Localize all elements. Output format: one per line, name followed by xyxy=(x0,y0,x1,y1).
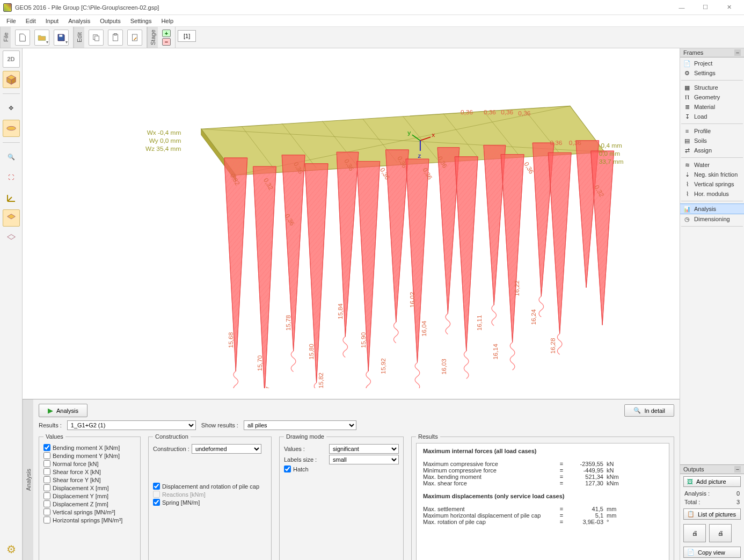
reactions-checkbox xyxy=(153,491,160,498)
settings-gear-button[interactable]: ⚙ xyxy=(3,541,20,558)
print-1-button[interactable]: 🖨 xyxy=(683,524,706,542)
show-results-combo[interactable]: all piles xyxy=(244,420,356,430)
spring-checkbox[interactable] xyxy=(153,499,160,506)
frame-item-assign[interactable]: ⇄Assign xyxy=(680,146,744,155)
new-file-button[interactable] xyxy=(15,30,30,46)
frame-icon: ≋ xyxy=(683,161,691,169)
frame-item-structure[interactable]: ▦Structure xyxy=(680,83,744,92)
frames-panel-header: Frames− xyxy=(680,48,744,57)
menu-file[interactable]: File xyxy=(2,17,20,25)
menu-help[interactable]: Help xyxy=(157,17,178,25)
in-detail-button[interactable]: 🔍In detail xyxy=(624,404,674,417)
svg-text:15,7: 15,7 xyxy=(265,387,272,389)
shade-bottom-button[interactable] xyxy=(3,230,20,247)
menu-edit[interactable]: Edit xyxy=(21,17,40,25)
value-checkbox-6[interactable] xyxy=(43,492,50,499)
value-checkbox-0[interactable] xyxy=(43,444,50,451)
value-checkbox-5[interactable] xyxy=(43,484,50,491)
hatch-checkbox[interactable] xyxy=(284,466,291,472)
svg-text:15,82: 15,82 xyxy=(317,373,325,389)
svg-text:16,28: 16,28 xyxy=(549,338,557,354)
add-picture-button[interactable]: 🖼Add picture xyxy=(683,476,741,487)
paste-button[interactable] xyxy=(108,30,123,46)
frame-item-project[interactable]: 📄Project xyxy=(680,59,744,68)
menu-settings[interactable]: Settings xyxy=(126,17,156,25)
frame-icon: ⇄ xyxy=(683,147,691,154)
svg-text:0,36: 0,36 xyxy=(501,108,513,116)
list-of-pictures-button[interactable]: 📋List of pictures xyxy=(683,508,741,520)
minimize-button[interactable]: — xyxy=(670,1,694,14)
value-checkbox-8[interactable] xyxy=(43,508,50,515)
svg-text:16,02: 16,02 xyxy=(409,292,416,308)
orbit-button[interactable] xyxy=(3,120,20,137)
show-results-label: Show results : xyxy=(201,422,238,428)
title-bar: GEO5 2016 - Pile Group [C:\Pile-Group\sc… xyxy=(0,0,744,15)
labels-size-combo[interactable]: small xyxy=(329,455,399,464)
svg-text:15,90: 15,90 xyxy=(360,332,367,348)
frame-icon: ≡ xyxy=(683,127,691,135)
frame-item-vertical-springs[interactable]: ⌇Vertical springs xyxy=(680,179,744,189)
svg-marker-10 xyxy=(7,214,15,219)
svg-text:0,36: 0,36 xyxy=(569,139,581,147)
zoom-extents-button[interactable]: ⛶ xyxy=(3,169,20,186)
frame-item-water[interactable]: ≋Water xyxy=(680,160,744,170)
paste-special-button[interactable] xyxy=(127,30,142,46)
view-2d-button[interactable]: 2D xyxy=(3,50,20,68)
value-checkbox-7[interactable] xyxy=(43,500,50,507)
view-3d-button[interactable] xyxy=(3,71,20,88)
frames-collapse-button[interactable]: − xyxy=(734,49,741,56)
value-checkbox-2[interactable] xyxy=(43,460,50,467)
axes-button[interactable] xyxy=(3,189,20,206)
pan-button[interactable]: ✥ xyxy=(3,99,20,117)
frame-item-material[interactable]: ≣Material xyxy=(680,102,744,112)
value-checkbox-3[interactable] xyxy=(43,468,50,475)
results-combo[interactable]: 1_G1+G2 (1) xyxy=(67,420,196,430)
svg-text:0,36: 0,36 xyxy=(550,139,562,147)
save-file-button[interactable]: ▾ xyxy=(54,30,69,46)
file-strip-tab[interactable]: File xyxy=(0,27,11,48)
svg-text:16,24: 16,24 xyxy=(530,309,537,325)
svg-text:16,22: 16,22 xyxy=(514,280,521,296)
value-checkbox-1[interactable] xyxy=(43,452,50,459)
edit-strip-tab[interactable]: Edit xyxy=(74,27,84,48)
print-2-button[interactable]: 🖨 xyxy=(709,524,732,542)
3d-viewport[interactable]: 0,32 0,32 0,36 0,36 0,36 0,36 0,36 0,36 … xyxy=(23,48,680,399)
value-checkbox-9[interactable] xyxy=(43,517,50,523)
remove-stage-button[interactable]: − xyxy=(162,38,171,46)
frame-item-soils[interactable]: ▤Soils xyxy=(680,136,744,146)
stage-strip-tab[interactable]: Stage xyxy=(147,27,158,48)
outputs-collapse-button[interactable]: − xyxy=(734,466,741,472)
menu-analysis[interactable]: Analysis xyxy=(64,17,94,25)
frame-item-geometry[interactable]: ⲠGeometry xyxy=(680,92,744,102)
construction-combo[interactable]: undeformed xyxy=(192,444,261,454)
add-stage-button[interactable]: + xyxy=(162,30,171,37)
frame-item-load[interactable]: ↧Load xyxy=(680,112,744,121)
svg-text:z: z xyxy=(418,152,421,159)
maximize-button[interactable]: ☐ xyxy=(694,1,717,14)
close-button[interactable]: ✕ xyxy=(717,1,741,14)
frame-item-hor-modulus[interactable]: ⌇Hor. modulus xyxy=(680,189,744,199)
run-analysis-button[interactable]: ▶Analysis xyxy=(39,404,87,417)
values-mode-combo[interactable]: significant xyxy=(329,444,399,454)
shade-top-button[interactable] xyxy=(3,209,20,227)
menu-outputs[interactable]: Outputs xyxy=(96,17,125,25)
frame-item-analysis[interactable]: 📊Analysis xyxy=(680,203,744,214)
svg-text:Wy 0,0 mm: Wy 0,0 mm xyxy=(149,137,181,144)
frame-item-profile[interactable]: ≡Profile xyxy=(680,126,744,136)
zoom-window-button[interactable]: 🔍 xyxy=(3,148,20,165)
tool-strip: File ▾ ▾ Edit Stage + − [1] xyxy=(0,27,744,48)
svg-rect-5 xyxy=(133,34,137,41)
menu-input[interactable]: Input xyxy=(41,17,63,25)
analysis-tab[interactable]: Analysis xyxy=(23,399,33,560)
drawing-mode-fieldset: Drawing mode Values : significant Labels… xyxy=(279,433,404,560)
copy-button[interactable] xyxy=(89,30,104,46)
stage-tab-1[interactable]: [1] xyxy=(178,30,196,42)
disp-rot-checkbox[interactable] xyxy=(153,483,160,490)
frame-item-neg-skin-friction[interactable]: ⇣Neg. skin friction xyxy=(680,170,744,179)
svg-text:0,36: 0,36 xyxy=(518,110,530,117)
copy-view-button[interactable]: 📄Copy view xyxy=(683,547,741,558)
frame-item-settings[interactable]: ⚙Settings xyxy=(680,68,744,78)
value-checkbox-4[interactable] xyxy=(43,476,50,483)
open-file-button[interactable]: ▾ xyxy=(34,30,49,46)
frame-item-dimensioning[interactable]: ◷Dimensioning xyxy=(680,214,744,224)
